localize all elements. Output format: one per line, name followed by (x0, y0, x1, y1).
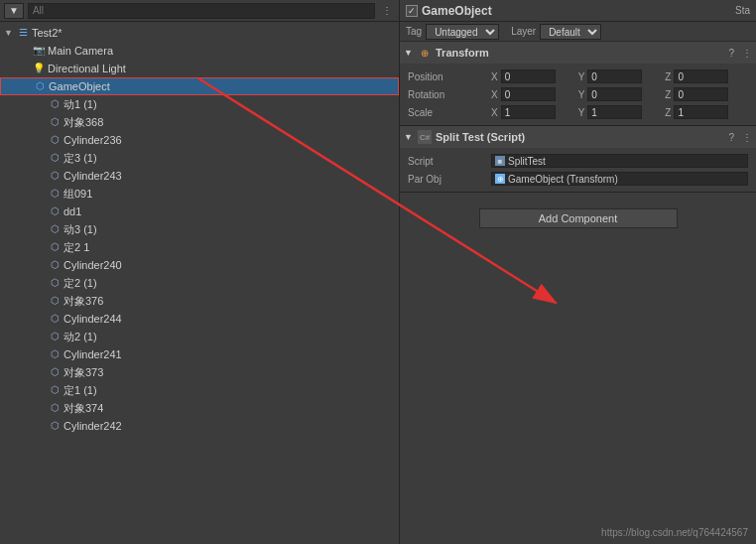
scale-y-group: Y 1 (578, 105, 662, 119)
mesh-icon: ⬡ (48, 258, 62, 272)
rotation-z-group: Z 0 (665, 87, 748, 101)
scale-z-input[interactable]: 1 (674, 105, 728, 119)
tree-item-label: 对象374 (63, 401, 103, 416)
tree-item-ding3[interactable]: ⬡ 定3 (1) (0, 149, 399, 167)
hierarchy-dropdown-btn[interactable]: ▼ (4, 3, 24, 19)
add-component-button[interactable]: Add Component (479, 208, 678, 228)
tree-item-label: 定3 (1) (63, 151, 97, 166)
mesh-icon: ⬡ (48, 133, 62, 147)
tree-item-obj374[interactable]: ⬡ 对象374 (0, 399, 399, 417)
tree-item-dong1[interactable]: ⬡ 动1 (1) (0, 95, 399, 113)
ry-axis-label: Y (578, 89, 585, 100)
rotation-row: Rotation X 0 Y 0 Z 0 (408, 85, 748, 103)
tree-item-label: Directional Light (48, 63, 126, 74)
tree-item-label: Cylinder243 (63, 170, 122, 182)
position-z-input[interactable]: 0 (674, 69, 728, 83)
hierarchy-search-input[interactable] (28, 3, 375, 19)
tree-item-cyl240[interactable]: ⬡ Cylinder240 (0, 256, 399, 274)
gameobject-enabled-checkbox[interactable]: ✓ (406, 5, 418, 17)
tree-item-label: 定2 1 (63, 240, 89, 255)
rotation-x-input[interactable]: 0 (501, 87, 556, 101)
parobj-field-label: Par Obj (408, 174, 487, 185)
y-axis-label: Y (578, 71, 585, 82)
tree-item-obj376[interactable]: ⬡ 对象376 (0, 292, 399, 310)
sy-axis-label: Y (578, 107, 585, 118)
position-y-input[interactable]: 0 (587, 69, 642, 83)
mesh-icon: ⬡ (48, 204, 62, 218)
transform-header[interactable]: ▼ ⊕ Transform ? ⋮ (400, 42, 756, 64)
tree-item-label: Cylinder236 (63, 134, 122, 146)
mesh-icon: ⬡ (48, 401, 62, 415)
tag-label: Tag (406, 26, 422, 37)
watermark: https://blog.csdn.net/q764424567 (601, 527, 748, 538)
mesh-icon: ⬡ (48, 347, 62, 361)
mesh-icon: ⬡ (48, 294, 62, 308)
tree-item-cyl244[interactable]: ⬡ Cylinder244 (0, 310, 399, 328)
component-menu-icon[interactable]: ⋮ (742, 48, 752, 59)
tag-dropdown[interactable]: Untagged (426, 24, 499, 40)
tree-item-ding21[interactable]: ⬡ 定2 1 (0, 238, 399, 256)
tree-item-ding2[interactable]: ⬡ 定2 (1) (0, 274, 399, 292)
tree-item-zu091[interactable]: ⬡ 组091 (0, 185, 399, 203)
arrow-icon: ▼ (4, 28, 16, 38)
tree-item-label: 组091 (63, 187, 92, 202)
rotation-z-input[interactable]: 0 (674, 87, 728, 101)
layer-dropdown[interactable]: Default (540, 24, 601, 40)
tree-item-dong2[interactable]: ⬡ 动2 (1) (0, 328, 399, 345)
position-z-group: Z 0 (665, 69, 748, 83)
inspector-header: ✓ GameObject Sta (400, 0, 756, 22)
main-layout: ▼ ⋮ ▼ ☰ Test2* 📷 Main Camera 💡 Direct (0, 0, 756, 544)
tree-item-obj373[interactable]: ⬡ 对象373 (0, 363, 399, 381)
rotation-y-input[interactable]: 0 (587, 87, 642, 101)
position-x-group: X 0 (491, 69, 574, 83)
mesh-icon: ⬡ (48, 276, 62, 290)
scale-label: Scale (408, 107, 487, 118)
transform-icon: ⊕ (418, 46, 432, 60)
split-test-header[interactable]: ▼ C# Split Test (Script) ? ⋮ (400, 126, 756, 148)
tree-item-directional-light[interactable]: 💡 Directional Light (0, 60, 399, 77)
mesh-icon: ⬡ (48, 383, 62, 397)
tree-item-test2[interactable]: ▼ ☰ Test2* (0, 24, 399, 42)
parobj-name: GameObject (Transform) (508, 174, 618, 185)
collapse-icon: ▼ (404, 48, 414, 58)
hierarchy-toolbar: ▼ ⋮ (0, 0, 399, 22)
mesh-icon: ⬡ (48, 312, 62, 326)
hierarchy-menu-icon[interactable]: ⋮ (379, 3, 395, 19)
scale-y-input[interactable]: 1 (587, 105, 642, 119)
tree-item-gameobject[interactable]: ⬡ GameObject (0, 77, 399, 95)
tree-item-cyl242[interactable]: ⬡ Cylinder242 (0, 417, 399, 435)
script-value-field[interactable]: ■ SplitTest (491, 154, 748, 168)
help-icon[interactable]: ? (728, 48, 734, 59)
mesh-icon: ⬡ (48, 187, 62, 201)
scale-row: Scale X 1 Y 1 Z 1 (408, 103, 748, 121)
scale-x-group: X 1 (491, 105, 574, 119)
tree-item-cyl243[interactable]: ⬡ Cylinder243 (0, 167, 399, 185)
tree-item-ding11[interactable]: ⬡ 定1 (1) (0, 381, 399, 399)
mesh-icon: ⬡ (48, 365, 62, 379)
parobj-value-field[interactable]: ⊕ GameObject (Transform) (491, 172, 748, 186)
scale-x-input[interactable]: 1 (501, 105, 556, 119)
help-icon[interactable]: ? (728, 132, 734, 143)
tree-item-main-camera[interactable]: 📷 Main Camera (0, 42, 399, 60)
tree-item-dong3[interactable]: ⬡ 动3 (1) (0, 220, 399, 238)
mesh-icon: ⬡ (48, 222, 62, 236)
tree-item-label: dd1 (63, 205, 81, 217)
tree-item-cyl241[interactable]: ⬡ Cylinder241 (0, 345, 399, 363)
tree-item-obj368[interactable]: ⬡ 对象368 (0, 113, 399, 131)
checkmark-icon: ✓ (408, 6, 416, 16)
split-test-title: Split Test (Script) (436, 131, 724, 143)
tree-item-label: GameObject (49, 80, 110, 92)
component-menu-icon[interactable]: ⋮ (742, 132, 752, 143)
script-row: Script ■ SplitTest (408, 152, 748, 170)
tree-item-label: 动2 (1) (63, 330, 97, 344)
tree-item-label: Cylinder244 (63, 313, 122, 325)
tree-item-cyl236[interactable]: ⬡ Cylinder236 (0, 131, 399, 149)
position-x-input[interactable]: 0 (501, 69, 556, 83)
layer-label: Layer (511, 26, 536, 37)
mesh-icon: ⬡ (48, 240, 62, 254)
parobj-row: Par Obj ⊕ GameObject (Transform) (408, 170, 748, 188)
sx-axis-label: X (491, 107, 498, 118)
tree-item-dd1[interactable]: ⬡ dd1 (0, 203, 399, 220)
gameobj-icon: ⬡ (33, 79, 47, 93)
mesh-icon: ⬡ (48, 330, 62, 343)
